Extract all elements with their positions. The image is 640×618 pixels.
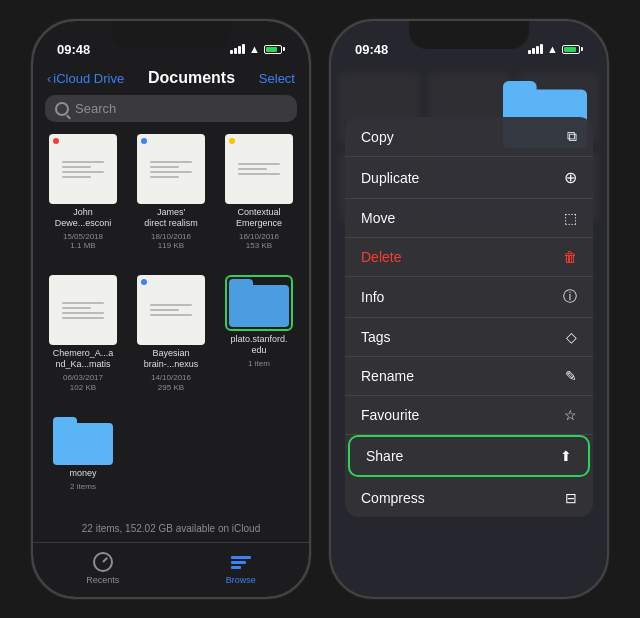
page-title-left: Documents <box>148 69 235 87</box>
tab-browse-label: Browse <box>226 575 256 585</box>
context-menu: Copy ⧉ Duplicate ⊕ Move ⬚ Delete 🗑 Info … <box>345 117 593 517</box>
menu-item-share[interactable]: Share ⬆ <box>348 435 590 477</box>
file-name: JohnDewe...esconi <box>55 207 112 229</box>
tags-label: Tags <box>361 329 391 345</box>
file-thumbnail <box>225 134 293 204</box>
wifi-icon-right: ▲ <box>547 43 558 55</box>
file-name: ContextualEmergence <box>236 207 282 229</box>
file-meta: 14/10/2016295 KB <box>151 373 191 392</box>
status-icons-left: ▲ <box>230 43 285 55</box>
menu-item-favourite[interactable]: Favourite ☆ <box>345 396 593 435</box>
file-grid: JohnDewe...esconi 15/05/20181.1 MB James… <box>33 130 309 512</box>
star-icon: ☆ <box>564 407 577 423</box>
move-icon: ⬚ <box>564 210 577 226</box>
tab-browse[interactable]: Browse <box>226 551 256 585</box>
share-label: Share <box>366 448 403 464</box>
file-name: James'direct realism <box>144 207 198 229</box>
list-item[interactable]: ContextualEmergence 16/10/2016153 KB <box>219 134 299 267</box>
search-bar[interactable]: Search <box>45 95 297 122</box>
copy-label: Copy <box>361 129 394 145</box>
menu-item-duplicate[interactable]: Duplicate ⊕ <box>345 157 593 199</box>
selection-border <box>225 275 293 331</box>
info-icon: ⓘ <box>563 288 577 306</box>
list-item[interactable]: money 2 items <box>43 417 123 508</box>
chevron-left-icon: ‹ <box>47 71 51 86</box>
file-meta: 06/03/2017102 KB <box>63 373 103 392</box>
menu-item-rename[interactable]: Rename ✎ <box>345 357 593 396</box>
list-item[interactable]: plato.stanford.edu 1 item <box>219 275 299 408</box>
notch <box>111 21 231 49</box>
folder-icon <box>229 279 289 327</box>
notch-right <box>409 21 529 49</box>
battery-icon-right <box>562 45 583 54</box>
time-right: 09:48 <box>355 42 388 57</box>
file-meta: 15/05/20181.1 MB <box>63 232 103 251</box>
dot-indicator <box>53 138 59 144</box>
file-name: plato.stanford.edu <box>230 334 287 356</box>
dot-indicator <box>141 138 147 144</box>
file-thumbnail <box>49 275 117 345</box>
duplicate-label: Duplicate <box>361 170 419 186</box>
list-item[interactable]: JohnDewe...esconi 15/05/20181.1 MB <box>43 134 123 267</box>
browse-icon <box>230 551 252 573</box>
folder-icon <box>53 417 113 465</box>
file-thumbnail <box>137 275 205 345</box>
compress-label: Compress <box>361 490 425 506</box>
status-icons-right: ▲ <box>528 43 583 55</box>
file-meta: 18/10/2016119 KB <box>151 232 191 251</box>
menu-item-compress[interactable]: Compress ⊟ <box>345 479 593 517</box>
compress-icon: ⊟ <box>565 490 577 506</box>
file-meta: 2 items <box>70 482 96 492</box>
file-name: money <box>69 468 96 479</box>
menu-item-move[interactable]: Move ⬚ <box>345 199 593 238</box>
list-item[interactable]: Bayesianbrain-...nexus 14/10/2016295 KB <box>131 275 211 408</box>
share-icon: ⬆ <box>560 448 572 464</box>
signal-icon-right <box>528 44 543 54</box>
info-label: Info <box>361 289 384 305</box>
file-meta: 16/10/2016153 KB <box>239 232 279 251</box>
recents-icon <box>92 551 114 573</box>
move-label: Move <box>361 210 395 226</box>
nav-bar-left: ‹ iCloud Drive Documents Select <box>33 65 309 95</box>
tab-recents[interactable]: Recents <box>86 551 119 585</box>
storage-info: 22 items, 152.02 GB available on iCloud <box>82 523 260 534</box>
file-thumbnail <box>137 134 205 204</box>
menu-item-delete[interactable]: Delete 🗑 <box>345 238 593 277</box>
file-name: Chemero_A...and_Ka...matis <box>53 348 114 370</box>
pencil-icon: ✎ <box>565 368 577 384</box>
delete-label: Delete <box>361 249 401 265</box>
left-screen: 09:48 ▲ ‹ iCl <box>33 21 309 597</box>
tab-recents-label: Recents <box>86 575 119 585</box>
tag-icon: ◇ <box>566 329 577 345</box>
menu-item-copy[interactable]: Copy ⧉ <box>345 117 593 157</box>
right-phone: 09:48 ▲ <box>329 19 609 599</box>
dot-indicator <box>141 279 147 285</box>
file-name: Bayesianbrain-...nexus <box>144 348 199 370</box>
list-item[interactable]: James'direct realism 18/10/2016119 KB <box>131 134 211 267</box>
left-phone: 09:48 ▲ ‹ iCl <box>31 19 311 599</box>
copy-icon: ⧉ <box>567 128 577 145</box>
menu-item-info[interactable]: Info ⓘ <box>345 277 593 318</box>
wifi-icon: ▲ <box>249 43 260 55</box>
tab-bar: Recents Browse <box>33 542 309 597</box>
duplicate-icon: ⊕ <box>564 168 577 187</box>
select-button[interactable]: Select <box>259 71 295 86</box>
time-left: 09:48 <box>57 42 90 57</box>
bottom-status: 22 items, 152.02 GB available on iCloud <box>33 512 309 542</box>
menu-item-tags[interactable]: Tags ◇ <box>345 318 593 357</box>
search-icon <box>55 102 69 116</box>
battery-icon <box>264 45 285 54</box>
search-input[interactable]: Search <box>75 101 116 116</box>
dot-indicator <box>229 138 235 144</box>
right-screen: 09:48 ▲ <box>331 21 607 597</box>
back-button[interactable]: ‹ iCloud Drive <box>47 71 124 86</box>
trash-icon: 🗑 <box>563 249 577 265</box>
signal-icon <box>230 44 245 54</box>
favourite-label: Favourite <box>361 407 419 423</box>
file-meta: 1 item <box>248 359 270 369</box>
rename-label: Rename <box>361 368 414 384</box>
list-item[interactable]: Chemero_A...and_Ka...matis 06/03/2017102… <box>43 275 123 408</box>
file-thumbnail <box>49 134 117 204</box>
